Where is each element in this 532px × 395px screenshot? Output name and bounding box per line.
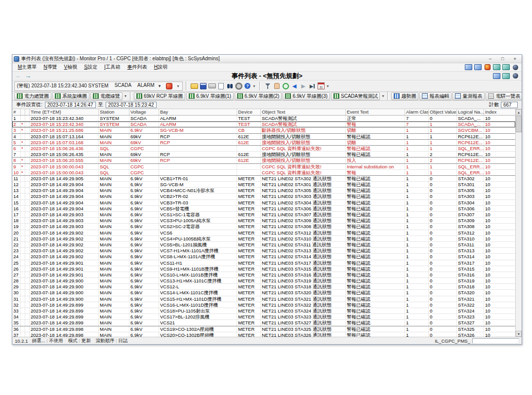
event-row[interactable]: 302023-07-18 14:49:29.900MAIN6.9kVVCS14-… (12, 290, 515, 296)
menu-item[interactable]: N導覽 (40, 63, 60, 71)
event-row[interactable]: 202023-07-18 14:49:29.902MAIN6.9kVVCS6ME… (12, 230, 515, 236)
menu-item[interactable]: S設定 (81, 63, 101, 71)
print-icon[interactable] (208, 82, 216, 90)
event-row[interactable]: 262023-07-18 14:49:29.901MAIN6.9kVVCS9-H… (12, 266, 515, 272)
column-header[interactable]: Bay (159, 109, 237, 115)
from-datetime-input[interactable]: 2023-07-18 14:26:47 (45, 102, 96, 108)
event-row[interactable]: 362023-07-18 14:49:29.898MAIN6.9kVVCS19>… (12, 326, 515, 332)
help-icon[interactable] (244, 82, 252, 90)
menu-item[interactable]: M主選單 (14, 63, 40, 71)
event-row[interactable]: 5*2023-07-18 15:07:03.168MAIN69kVRCP612E… (12, 140, 515, 146)
scroll-down-icon[interactable]: ▼ (516, 331, 522, 337)
event-row[interactable]: 72023-07-18 15:06:26.435MAIN69kVRCP612E接… (12, 152, 515, 158)
event-row[interactable]: 12023-07-18 15:23:42.340SYSTEMSCADAALARM… (12, 116, 515, 121)
play-icon[interactable] (299, 82, 308, 90)
column-header[interactable]: Object Text (261, 109, 346, 115)
alarm-overflow-icon[interactable] (176, 82, 180, 90)
event-row[interactable]: 312023-07-18 14:49:29.900MAIN6.9kVVCS15-… (12, 296, 515, 302)
menu-item[interactable]: V檢視 (61, 63, 81, 71)
toolbar-overflow-icon[interactable] (381, 92, 385, 100)
event-row[interactable]: 332023-07-18 14:49:29.899MAIN6.9kVVCS18>… (12, 308, 515, 314)
calendar-31-icon[interactable] (317, 82, 326, 90)
new-document-icon[interactable] (217, 82, 225, 90)
event-row[interactable]: 162023-07-18 14:49:29.904MAIN6.9kVVCB5>發… (12, 206, 515, 212)
view-tab-button[interactable]: 6.9kV 單線圖(3) (283, 92, 330, 100)
event-row[interactable]: 222023-07-18 14:49:29.902MAIN6.9kVVCS5>B… (12, 242, 515, 248)
column-header[interactable] (21, 109, 25, 115)
column-header[interactable]: Index (484, 109, 515, 115)
monitor-blue-icon[interactable] (464, 63, 473, 71)
menu-item[interactable]: H說明 (151, 63, 171, 71)
scroll-up-icon[interactable]: ▲ (516, 109, 522, 115)
hand-icon[interactable] (273, 82, 281, 90)
view-tab-button[interactable]: 6.9kV 單線圖(1) (186, 92, 234, 100)
event-row[interactable]: 372023-07-18 14:49:29.898MAIN6.9kVVCS20>… (12, 332, 515, 337)
refresh-icon[interactable] (282, 82, 290, 90)
view-tab-button[interactable]: 電力總覽圖 (14, 92, 51, 100)
toolbar-overflow-icon[interactable] (123, 92, 127, 100)
view-tab-button[interactable]: 系統架構圖 (52, 92, 89, 100)
monitor-teal-icon[interactable] (502, 72, 510, 80)
menu-item[interactable]: 事件列表 (124, 63, 151, 71)
alarm-banner[interactable]: (警報) 2023-07-18 15:23:42.340 SYSTEMSCADA… (14, 81, 183, 91)
event-row[interactable]: 182023-07-18 14:49:29.903MAIN6.9kVVCS3>P… (12, 218, 515, 224)
settings-gear-icon[interactable] (235, 82, 243, 90)
column-header[interactable]: Logical Na... (457, 109, 484, 115)
alarm-dropdown-icon[interactable] (158, 82, 162, 90)
column-header[interactable]: Voltage (129, 109, 159, 115)
scrollbar-thumb[interactable] (516, 116, 522, 132)
event-row[interactable]: 282023-07-18 14:49:29.900MAIN6.9kVVCS13-… (12, 278, 515, 284)
event-row[interactable]: 352023-07-18 14:49:29.899MAIN6.9kVVCS21M… (12, 320, 515, 326)
event-row[interactable]: 292023-07-18 14:49:29.900MAIN6.9kVVCS12-… (12, 284, 515, 290)
event-row[interactable]: 152023-07-18 14:49:29.904MAIN6.9kVVCB3>T… (12, 200, 515, 206)
event-row[interactable]: 10*2023-07-18 15:00:00.043SQLCGPCCGPC SQ… (12, 170, 515, 176)
column-header[interactable]: Object Value (429, 109, 457, 115)
open-folder-icon[interactable] (190, 82, 199, 90)
minimize-button[interactable]: – (485, 55, 495, 62)
prev-icon[interactable] (290, 82, 299, 90)
next-end-icon[interactable] (308, 82, 317, 90)
sphere-icon[interactable] (511, 72, 520, 80)
column-header[interactable] (25, 109, 30, 115)
to-datetime-input[interactable]: 2023-07-18 15:23:42 (106, 102, 157, 108)
filter-icon[interactable] (264, 82, 272, 90)
save-icon[interactable] (199, 82, 207, 90)
column-header[interactable]: Station (99, 109, 129, 115)
column-header[interactable]: Device (237, 109, 261, 115)
event-row[interactable]: 6*2023-07-18 15:06:26.436SQLCGPCCGPC SQL… (12, 146, 515, 152)
monitor-teal-icon[interactable] (492, 63, 501, 71)
view-tab-button[interactable]: SCADA警報測試 (331, 92, 380, 100)
monitor-blue-icon[interactable] (474, 63, 482, 71)
event-row[interactable]: 192023-07-18 14:49:29.903MAIN6.9kVVCS2>S… (12, 224, 515, 230)
alarm-bell-icon[interactable] (165, 82, 173, 90)
event-row[interactable]: 322023-07-18 14:49:29.899MAIN6.9kVVCS16-… (12, 302, 515, 308)
event-row[interactable]: 212023-07-18 14:49:29.902MAIN6.9kVVCS4>P… (12, 236, 515, 242)
vertical-scrollbar[interactable]: ▲ ▼ (515, 109, 522, 337)
monitor-teal-icon[interactable] (502, 63, 510, 71)
column-header[interactable]: Time (ET+EM) (30, 109, 99, 115)
event-row[interactable]: 3*2023-07-18 15:21:25.686MAIN6.9kVSG-VCB… (12, 127, 515, 133)
sphere-icon[interactable] (511, 63, 520, 71)
event-row[interactable]: 42023-07-18 15:07:13.164MAIN69kVRCP612E接… (12, 134, 515, 140)
view-tab-button[interactable]: 69kV RCP 單線圖 (134, 92, 185, 100)
view-tab-button[interactable]: 電纜線覽 (90, 92, 123, 100)
overflow-icon[interactable] (326, 82, 330, 90)
back-arrow-icon[interactable] (14, 72, 23, 80)
forward-arrow-icon[interactable] (24, 72, 32, 80)
close-button[interactable]: × (510, 55, 520, 62)
titlebar[interactable]: 事件列表 (沒有預先規劃) - Monitor Pro / 1 - CGPC [… (12, 55, 522, 63)
event-row[interactable]: 252023-07-18 14:49:29.901MAIN6.9kVVCS11-… (12, 260, 515, 266)
monitor-blue-icon[interactable] (492, 72, 501, 80)
event-row[interactable]: 8*2023-07-18 15:06:20.555MAIN69kVRCP612E… (12, 158, 515, 163)
binoculars-icon[interactable] (226, 82, 234, 90)
view-tab-button[interactable]: 量測報表 (452, 92, 485, 100)
view-tab-button[interactable]: 趨勢圖 (391, 92, 418, 100)
column-header[interactable]: Event Text (346, 109, 405, 115)
view-tab-button[interactable]: 電驛一覽表 (486, 92, 522, 100)
overflow-icon[interactable] (252, 82, 256, 90)
event-row[interactable]: 172023-07-18 14:49:29.903MAIN6.9kVVCS1>S… (12, 212, 515, 218)
maximize-button[interactable]: □ (497, 55, 508, 62)
event-row[interactable]: 342023-07-18 14:49:29.899MAIN6.9kVVCS17>… (12, 314, 515, 320)
event-row[interactable]: 242023-07-18 14:49:29.902MAIN6.9kVVCS8-L… (12, 254, 515, 260)
view-tab-button[interactable]: 報表編輯 (419, 92, 451, 100)
